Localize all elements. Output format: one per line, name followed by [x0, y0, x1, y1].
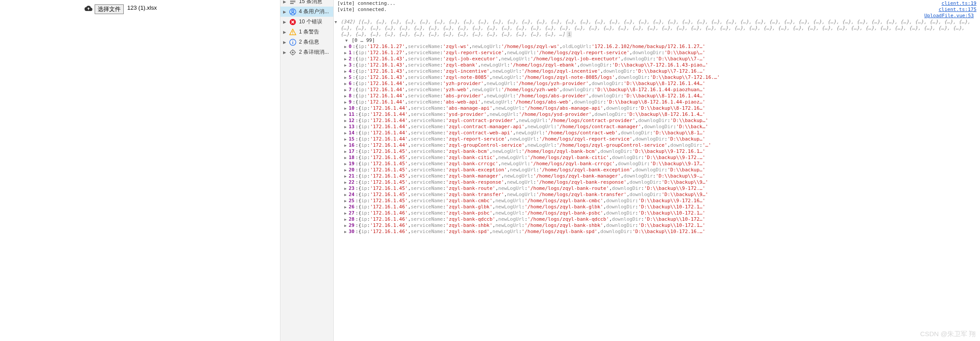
- object-entry[interactable]: ▶19: {ip: '172.16.1.45', serviceName: 'z…: [335, 161, 976, 167]
- console-filter-sidebar: ▶15 条消息▶4 条用户消...▶10 个错误▶1 条警告▶2 条信息▶2 条…: [280, 0, 334, 341]
- object-entry[interactable]: ▶1: {ip: '172.16.1.27', serviceName: 'zq…: [335, 50, 976, 56]
- object-entry[interactable]: ▶14: {ip: '172.16.1.44', serviceName: 'z…: [335, 130, 976, 136]
- filter-item-user[interactable]: ▶4 条用户消...: [280, 7, 333, 17]
- range-label[interactable]: [0 … 99]: [352, 37, 375, 43]
- object-entry[interactable]: ▶3: {ip: '172.16.1.43', serviceName: 'zq…: [335, 62, 976, 68]
- chevron-right-icon[interactable]: ▶: [344, 216, 349, 222]
- chevron-right-icon: ▶: [283, 0, 287, 4]
- chevron-right-icon[interactable]: ▶: [344, 68, 349, 74]
- chevron-right-icon[interactable]: ▶: [344, 136, 349, 142]
- array-preview[interactable]: (342) [{…}, {…}, {…}, {…}, {…}, {…}, {…}…: [337, 19, 976, 37]
- filter-item-info[interactable]: ▶2 条信息: [280, 37, 333, 47]
- chevron-right-icon[interactable]: ▶: [344, 81, 349, 87]
- filter-item-error[interactable]: ▶10 个错误: [280, 17, 333, 27]
- chevron-right-icon[interactable]: ▶: [344, 210, 349, 216]
- selected-file-name: 123 (1).xlsx: [127, 4, 157, 11]
- user-icon: [289, 8, 296, 15]
- filter-item-msg[interactable]: ▶15 条消息: [280, 0, 333, 7]
- object-entry[interactable]: ▶4: {ip: '172.16.1.43', serviceName: 'zq…: [335, 68, 976, 74]
- chevron-right-icon[interactable]: ▶: [344, 142, 349, 148]
- object-entry[interactable]: ▶22: {ip: '172.16.1.45', serviceName: 'z…: [335, 179, 976, 185]
- chevron-right-icon[interactable]: ▶: [344, 198, 349, 204]
- chevron-right-icon[interactable]: ▶: [344, 105, 349, 111]
- object-entry[interactable]: ▶21: {ip: '172.16.1.45', serviceName: 'z…: [335, 173, 976, 179]
- svg-rect-6: [292, 42, 293, 44]
- chevron-right-icon: ▶: [283, 20, 287, 24]
- object-entry[interactable]: ▶8: {ip: '172.16.1.44', serviceName: 'ab…: [335, 93, 976, 99]
- object-entry[interactable]: ▶17: {ip: '172.16.1.45', serviceName: 'z…: [335, 148, 976, 155]
- chevron-right-icon[interactable]: ▶: [344, 44, 349, 50]
- choose-file-button[interactable]: 选择文件: [95, 4, 124, 14]
- source-link[interactable]: UploadFile.vue:53: [924, 13, 974, 19]
- object-entry[interactable]: ▶10: {ip: '172.16.1.44', serviceName: 'a…: [335, 105, 976, 111]
- chevron-right-icon[interactable]: ▶: [344, 62, 349, 68]
- chevron-right-icon: ▶: [283, 50, 287, 55]
- console-text: [vite] connecting...: [337, 0, 395, 7]
- filter-label: 2 条详细消...: [299, 48, 329, 56]
- object-entry[interactable]: ▶25: {ip: '172.16.1.45', serviceName: 'z…: [335, 198, 976, 204]
- object-entry[interactable]: ▶29: {ip: '172.16.1.46', serviceName: 'z…: [335, 222, 976, 229]
- object-entry[interactable]: ▶7: {ip: '172.16.1.44', serviceName: 'yz…: [335, 87, 976, 93]
- console-output: [vite] connecting... client.ts:19 [vite]…: [334, 0, 980, 341]
- chevron-right-icon[interactable]: ▶: [344, 167, 349, 173]
- chevron-right-icon[interactable]: ▶: [344, 56, 349, 62]
- chevron-right-icon: ▶: [283, 30, 287, 34]
- object-entry[interactable]: ▶18: {ip: '172.16.1.45', serviceName: 'z…: [335, 155, 976, 161]
- filter-label: 15 条消息: [299, 0, 322, 5]
- chevron-right-icon[interactable]: ▶: [344, 130, 349, 136]
- object-entry[interactable]: ▶26: {ip: '172.16.1.46', serviceName: 'z…: [335, 204, 976, 210]
- chevron-right-icon[interactable]: ▶: [344, 74, 349, 81]
- filter-item-warn[interactable]: ▶1 条警告: [280, 27, 333, 37]
- object-entry[interactable]: ▶15: {ip: '172.16.1.44', serviceName: 'z…: [335, 136, 976, 142]
- chevron-right-icon[interactable]: ▶: [344, 155, 349, 161]
- chevron-right-icon[interactable]: ▶: [344, 179, 349, 185]
- svg-rect-3: [292, 31, 293, 33]
- object-entry[interactable]: ▶5: {ip: '172.16.1.43', serviceName: 'zq…: [335, 74, 976, 81]
- chevron-right-icon[interactable]: ▶: [344, 93, 349, 99]
- object-entry[interactable]: ▶23: {ip: '172.16.1.45', serviceName: 'z…: [335, 185, 976, 192]
- object-entry[interactable]: ▶9: {ip: '172.16.1.44', serviceName: 'ab…: [335, 99, 976, 105]
- chevron-right-icon[interactable]: ▶: [344, 111, 349, 118]
- filter-label: 2 条信息: [299, 38, 319, 46]
- object-entry[interactable]: ▶24: {ip: '172.16.1.45', serviceName: 'z…: [335, 192, 976, 198]
- object-entry[interactable]: ▶13: {ip: '172.16.1.44', serviceName: 'z…: [335, 124, 976, 130]
- filter-item-verbose[interactable]: ▶2 条详细消...: [280, 47, 333, 57]
- object-entry[interactable]: ▶2: {ip: '172.16.1.43', serviceName: 'zq…: [335, 56, 976, 62]
- source-link[interactable]: client.ts:175: [939, 7, 976, 13]
- error-icon: [289, 19, 296, 26]
- chevron-right-icon[interactable]: ▶: [344, 148, 349, 155]
- object-entry[interactable]: ▶6: {ip: '172.16.1.44', serviceName: 'yz…: [335, 81, 976, 87]
- chevron-right-icon[interactable]: ▶: [344, 161, 349, 167]
- chevron-right-icon[interactable]: ▶: [344, 204, 349, 210]
- chevron-right-icon[interactable]: ▶: [344, 124, 349, 130]
- object-entry[interactable]: ▶16: {ip: '172.16.1.44', serviceName: 'z…: [335, 142, 976, 148]
- chevron-right-icon[interactable]: ▶: [344, 173, 349, 179]
- console-line: [vite] connected. client.ts:175: [337, 7, 976, 13]
- expand-toggle-icon[interactable]: ▼: [344, 37, 349, 44]
- chevron-right-icon: ▶: [283, 10, 287, 14]
- svg-rect-7: [292, 41, 293, 41]
- object-entry[interactable]: ▶12: {ip: '172.16.1.44', serviceName: 'z…: [335, 118, 976, 124]
- source-link[interactable]: client.ts:19: [942, 0, 976, 7]
- chevron-right-icon[interactable]: ▶: [344, 192, 349, 198]
- filter-label: 4 条用户消...: [299, 8, 329, 15]
- object-entry[interactable]: ▶30: {ip: '172.16.1.46', serviceName: 'z…: [335, 229, 976, 235]
- object-entry[interactable]: ▶11: {ip: '172.16.1.44', serviceName: 'y…: [335, 111, 976, 118]
- chevron-right-icon[interactable]: ▶: [344, 50, 349, 56]
- object-entry[interactable]: ▶27: {ip: '172.16.1.46', serviceName: 'z…: [335, 210, 976, 216]
- page-content: 选择文件 123 (1).xlsx: [0, 0, 280, 341]
- chevron-right-icon[interactable]: ▶: [344, 118, 349, 124]
- watermark: CSDN @朱卫军 翔: [920, 330, 976, 338]
- object-entry[interactable]: ▶20: {ip: '172.16.1.45', serviceName: 'z…: [335, 167, 976, 173]
- chevron-right-icon[interactable]: ▶: [344, 87, 349, 93]
- object-entry[interactable]: ▶0: {ip: '172.16.1.27', serviceName: 'zq…: [335, 44, 976, 50]
- info-icon[interactable]: i: [567, 31, 572, 37]
- chevron-right-icon[interactable]: ▶: [344, 185, 349, 192]
- info-icon: [289, 39, 296, 46]
- verbose-icon: [289, 49, 296, 56]
- chevron-right-icon[interactable]: ▶: [344, 229, 349, 235]
- chevron-right-icon[interactable]: ▶: [344, 99, 349, 105]
- chevron-right-icon[interactable]: ▶: [344, 222, 349, 229]
- filter-label: 1 条警告: [299, 28, 319, 36]
- object-entry[interactable]: ▶28: {ip: '172.16.1.46', serviceName: 'z…: [335, 216, 976, 222]
